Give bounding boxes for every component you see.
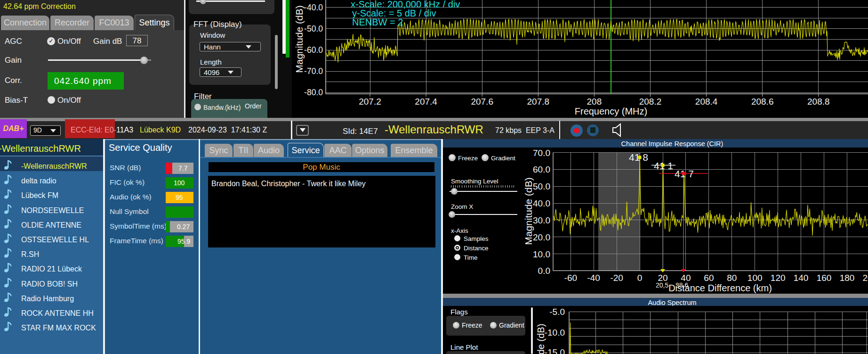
svg-text:-60.0: -60.0 — [304, 45, 323, 55]
svg-text:20.0: 20.0 — [533, 232, 550, 242]
svg-text:200: 200 — [863, 273, 868, 283]
svg-text:208.2: 208.2 — [639, 97, 662, 107]
svg-text:Distance Difference (km): Distance Difference (km) — [668, 283, 772, 293]
svg-text:208.8: 208.8 — [807, 97, 830, 107]
svg-text:30.0: 30.0 — [533, 215, 550, 225]
svg-text:-60: -60 — [564, 273, 577, 283]
svg-text:180: 180 — [840, 273, 855, 283]
svg-text:-80.0: -80.0 — [304, 88, 323, 97]
svg-text:-20: -20 — [610, 273, 623, 283]
svg-text:100: 100 — [747, 273, 763, 283]
svg-text:207.2: 207.2 — [359, 97, 381, 107]
svg-text:-5.0: -5.0 — [549, 307, 565, 317]
svg-text:0: 0 — [637, 273, 643, 283]
svg-text:120: 120 — [771, 273, 786, 283]
svg-text:207.8: 207.8 — [527, 97, 550, 107]
svg-text:50.0: 50.0 — [533, 181, 550, 191]
svg-text:-10.0: -10.0 — [545, 328, 565, 338]
svg-text:208: 208 — [587, 97, 602, 107]
svg-text:207.4: 207.4 — [415, 97, 437, 107]
svg-text:-15.0: -15.0 — [545, 347, 565, 354]
svg-text:-50.0: -50.0 — [304, 24, 323, 33]
svg-text:Magnitude (dB): Magnitude (dB) — [536, 324, 546, 354]
svg-text:208.6: 208.6 — [751, 97, 774, 107]
svg-text:NENBW = 2: NENBW = 2 — [352, 17, 403, 27]
svg-text:207.6: 207.6 — [471, 97, 493, 107]
svg-text:Magnitude (dB): Magnitude (dB) — [523, 177, 534, 245]
svg-text:140: 140 — [794, 273, 809, 283]
svg-text:80: 80 — [727, 273, 737, 283]
svg-text:60.0: 60.0 — [533, 165, 550, 174]
svg-text:40.0: 40.0 — [533, 198, 550, 208]
svg-text:20,5: 20,5 — [656, 281, 668, 289]
svg-text:10.0: 10.0 — [533, 249, 550, 259]
svg-text:-70.0: -70.0 — [304, 66, 323, 76]
svg-text:208.4: 208.4 — [695, 97, 718, 107]
svg-text:Frequency (MHz): Frequency (MHz) — [575, 106, 647, 116]
svg-text:160: 160 — [817, 273, 832, 283]
svg-text:-40.0: -40.0 — [304, 3, 323, 12]
svg-text:-40: -40 — [587, 273, 600, 283]
svg-text:70.0: 70.0 — [533, 148, 550, 158]
svg-text:Magnitude (dB): Magnitude (dB) — [294, 5, 305, 73]
svg-text:60: 60 — [704, 273, 714, 283]
svg-text:0.0: 0.0 — [538, 266, 550, 276]
